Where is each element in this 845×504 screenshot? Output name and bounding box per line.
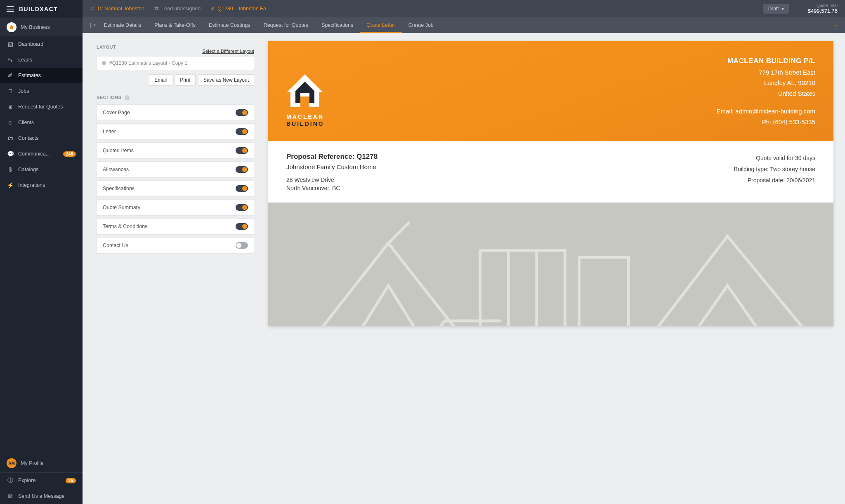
crumb-client[interactable]: ☺ Dr Samual Johnston xyxy=(90,6,144,12)
plug-icon: ⚡ xyxy=(7,181,14,189)
section-row[interactable]: Cover Page xyxy=(97,104,254,121)
topbar: ☺ Dr Samual Johnston ⇆ Lead unassigned ✐… xyxy=(83,0,845,17)
sidebar-item-communications[interactable]: 💬 Communica... 248 xyxy=(0,146,83,162)
sidebar-item-label: Jobs xyxy=(18,88,29,94)
company-logo-icon xyxy=(286,74,323,109)
layout-heading: LAYOUT xyxy=(97,45,116,49)
clients-icon: ☺ xyxy=(7,119,14,126)
sidebar-item-integrations[interactable]: ⚡ Integrations xyxy=(0,177,83,193)
tab-estimate-details[interactable]: Estimate Details xyxy=(97,17,148,33)
section-label: Letter xyxy=(103,129,116,134)
sidebar-item-explore[interactable]: ⓘ Explore 25 xyxy=(0,473,83,488)
brand-logo: BUILDXACT xyxy=(19,6,58,12)
meta-right: Quote valid for 30 days Building type: T… xyxy=(734,153,815,192)
section-row[interactable]: Quoted Items xyxy=(97,142,254,159)
tab-plans-takeoffs[interactable]: Plans & Take-Offs xyxy=(148,17,202,33)
message-icon: ✉ xyxy=(7,492,14,500)
section-toggle[interactable] xyxy=(236,223,248,230)
tab-estimate-costings[interactable]: Estimate Costings xyxy=(202,17,257,33)
info-icon[interactable]: i xyxy=(125,95,130,100)
tab-create-job[interactable]: Create Job xyxy=(402,17,440,33)
person-icon: ☺ xyxy=(90,6,95,12)
sidebar-item-label: Clients xyxy=(18,120,34,125)
document-preview: MACLEAN BUILDING MACLEAN BUILDING P/L 77… xyxy=(268,33,845,504)
sidebar-item-dashboard[interactable]: ▧ Dashboard xyxy=(0,36,83,52)
proposal-reference: Proposal Reference: Q1278 xyxy=(286,153,378,161)
sections-list: Cover Page Letter Quoted Items Allowance… xyxy=(97,104,254,254)
sidebar-item-my-business[interactable]: My Business xyxy=(0,18,83,36)
sidebar-item-label: Catalogs xyxy=(18,167,38,172)
project-name: Johnstone Family Custom Home xyxy=(286,163,378,170)
sidebar-item-leads[interactable]: ⇆ Leads xyxy=(0,52,83,68)
sidebar-item-clients[interactable]: ☺ Clients xyxy=(0,115,83,130)
layout-panel: LAYOUT Select a Different Layout #Q1280 … xyxy=(83,33,268,504)
cover-image xyxy=(268,203,833,326)
email-button[interactable]: Email xyxy=(149,74,172,86)
section-toggle[interactable] xyxy=(236,147,248,154)
contacts-icon: 🗂 xyxy=(7,134,14,142)
section-row[interactable]: Contact Us xyxy=(97,237,254,254)
quote-validity: Quote valid for 30 days xyxy=(734,153,815,164)
status-dropdown[interactable]: Draft ▾ xyxy=(763,4,789,14)
print-button[interactable]: Print xyxy=(175,74,196,86)
sections-heading: SECTIONS i xyxy=(97,95,254,100)
house-icon xyxy=(7,22,17,32)
logo-line-1: MACLEAN xyxy=(286,113,324,120)
company-name: MACLEAN BUILDING P/L xyxy=(717,55,816,67)
tabstrip: ｜< Estimate Details Plans & Take-Offs Es… xyxy=(83,17,845,33)
site-address-2: North Vancouver, BC xyxy=(286,184,378,193)
section-toggle[interactable] xyxy=(236,242,248,249)
section-toggle[interactable] xyxy=(236,128,248,135)
sidebar-item-contacts[interactable]: 🗂 Contacts xyxy=(0,130,83,146)
section-row[interactable]: Quote Summary xyxy=(97,199,254,216)
ruler-icon: ✐ xyxy=(210,5,215,12)
section-label: Specifications xyxy=(103,186,135,191)
jobs-icon: 🗓 xyxy=(7,87,14,95)
profile-avatar: AM xyxy=(7,458,17,468)
sidebar-item-label: Leads xyxy=(18,57,32,63)
section-row[interactable]: Specifications xyxy=(97,180,254,197)
crumb-estimate[interactable]: ✐ Q1280 - Johnston Fa... xyxy=(210,5,270,12)
current-layout-select[interactable]: #Q1280 Estimate's Layout - Copy 1 xyxy=(97,56,254,70)
sidebar-item-label: Dashboard xyxy=(18,41,43,47)
sidebar-item-catalogs[interactable]: $ Catalogs xyxy=(0,162,83,177)
sidebar: BUILDXACT My Business ▧ Dashboard ⇆ Lead… xyxy=(0,0,83,504)
sidebar-item-label: My Business xyxy=(21,24,50,30)
section-label: Quote Summary xyxy=(103,205,140,210)
proposal-meta: Proposal Reference: Q1278 Johnstone Fami… xyxy=(268,141,833,202)
section-row[interactable]: Terms & Conditions xyxy=(97,218,254,235)
select-different-layout-link[interactable]: Select a Different Layout xyxy=(202,49,254,54)
brand-part-1: BUILD xyxy=(19,6,40,12)
dashboard-icon: ▧ xyxy=(7,40,14,48)
section-toggle[interactable] xyxy=(236,109,248,116)
save-layout-button[interactable]: Save as New Layout xyxy=(198,74,254,86)
section-label: Contact Us xyxy=(103,243,128,248)
document: MACLEAN BUILDING MACLEAN BUILDING P/L 77… xyxy=(268,41,833,326)
tabs-scroll-left[interactable]: ｜< xyxy=(87,17,97,33)
sidebar-item-message[interactable]: ✉ Send Us a Message xyxy=(0,488,83,504)
crumb-lead[interactable]: ⇆ Lead unassigned xyxy=(154,5,201,12)
hamburger-icon[interactable] xyxy=(7,6,14,12)
sidebar-item-profile[interactable]: AM My Profile xyxy=(0,454,83,472)
company-address-3: United States xyxy=(717,88,816,99)
status-label: Draft xyxy=(768,6,779,12)
crumb-label: Lead unassigned xyxy=(161,6,201,12)
tabs-scroll-right[interactable]: → xyxy=(830,17,841,33)
section-row[interactable]: Allowances xyxy=(97,161,254,178)
sidebar-item-rfq[interactable]: 🗎 Request for Quotes xyxy=(0,99,83,115)
sidebar-item-label: Contacts xyxy=(18,135,38,141)
badge-count: 25 xyxy=(66,478,76,483)
section-toggle[interactable] xyxy=(236,185,248,192)
section-toggle[interactable] xyxy=(236,204,248,211)
section-label: Terms & Conditions xyxy=(103,224,147,229)
section-toggle[interactable] xyxy=(236,166,248,173)
sidebar-item-jobs[interactable]: 🗓 Jobs xyxy=(0,83,83,99)
section-row[interactable]: Letter xyxy=(97,123,254,140)
sidebar-item-label: Explore xyxy=(18,478,35,483)
layout-dot-icon xyxy=(102,61,106,65)
tab-specifications[interactable]: Specifications xyxy=(315,17,360,33)
section-label: Quoted Items xyxy=(103,148,134,153)
tab-quote-letter[interactable]: Quote Letter xyxy=(360,17,402,33)
sidebar-item-estimates[interactable]: ✐ Estimates xyxy=(0,68,83,83)
tab-rfq[interactable]: Request for Quotes xyxy=(257,17,315,33)
